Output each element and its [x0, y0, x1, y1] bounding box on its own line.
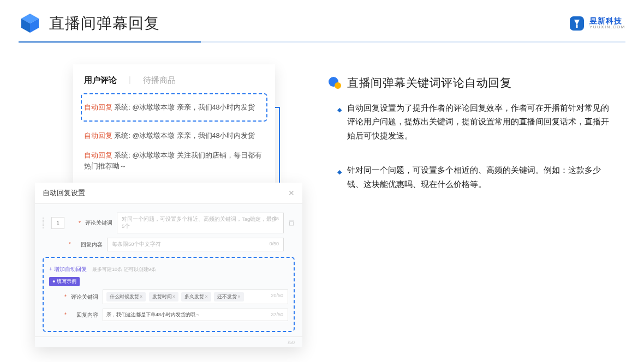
- comment-item: 自动回复 系统: @冰墩墩本墩 关注我们的店铺，每日都有热门推荐呦～: [84, 146, 264, 176]
- cube-icon: [19, 12, 41, 35]
- brand-logo-block: 昱新科技 YUUXIN.COM: [569, 15, 625, 32]
- bullet-item: ◆ 针对同一个问题，可设置多个相近的、高频的关键词。例如：这款多少钱、这块能优惠…: [337, 164, 611, 191]
- settings-title: 自动回复设置: [43, 188, 85, 198]
- ex-keyword-input[interactable]: 什么时候发货× 发货时间× 多久发货× 还不发货× 20/50: [103, 289, 288, 304]
- required-indicator: *: [79, 220, 81, 226]
- content-row: * 回复内容 每条限50个中文字符 0/50: [43, 238, 295, 251]
- keyword-tag[interactable]: 多久发货×: [181, 292, 211, 301]
- bullet-item: ◆ 自动回复设置为了提升作者的评论回复效率，作者可在开播前针对常见的评论用户问题…: [337, 101, 611, 143]
- section-title: 直播间弹幕关键词评论自动回复: [347, 75, 511, 90]
- auto-reply-settings-panel: 自动回复设置 ✕ 1 * 评论关键词 对同一个问题，可设置多个相近、高频的关键词…: [35, 183, 302, 347]
- chat-bubble-icon: [327, 76, 342, 90]
- diamond-icon: ◆: [337, 105, 342, 143]
- page-title: 直播间弹幕回复: [49, 13, 160, 34]
- svg-rect-6: [290, 221, 294, 226]
- svg-point-9: [335, 82, 341, 89]
- brand-logo-icon: [569, 15, 585, 32]
- auto-reply-badge: 自动回复: [84, 104, 112, 111]
- comment-item: 自动回复 系统: @冰墩墩本墩 亲亲，我们48小时内发货: [84, 126, 264, 146]
- close-icon[interactable]: ✕: [288, 189, 295, 197]
- keyword-row: 1 * 评论关键词 对同一个问题，可设置多个相近、高频的关键词，Tag确定，最多…: [43, 213, 295, 233]
- ex-content-input[interactable]: 亲，我们这边都是下单48小时内发货的哦～ 37/50: [103, 309, 288, 321]
- highlighted-comment: 自动回复 系统: @冰墩墩本墩 亲亲，我们48小时内发货: [81, 93, 267, 122]
- comments-panel: 用户评论 | 待播商品 自动回复 系统: @冰墩墩本墩 亲亲，我们48小时内发货…: [73, 64, 275, 184]
- svg-rect-7: [289, 221, 294, 221]
- content-input[interactable]: 每条限50个中文字符 0/50: [107, 238, 284, 251]
- diamond-icon: ◆: [337, 167, 342, 191]
- brand-url: YUUXIN.COM: [589, 25, 625, 30]
- keyword-tag[interactable]: 什么时候发货×: [106, 292, 146, 301]
- example-section: + 增加自动回复 最多可建10条 还可以创建9条 ● 填写示例 * 评论关键词 …: [43, 257, 295, 332]
- content-label: 回复内容: [75, 241, 103, 249]
- svg-rect-5: [576, 25, 577, 28]
- delete-icon[interactable]: [288, 220, 295, 226]
- add-hint: 最多可建10条 还可以创建9条: [92, 267, 156, 272]
- settings-footer: /50: [35, 336, 302, 347]
- keyword-input[interactable]: 对同一个问题，可设置多个相近、高频的关键词，Tag确定，最多5个 0/5: [117, 213, 284, 233]
- ex-content-label: 回复内容: [71, 311, 98, 319]
- rule-number: 1: [51, 217, 64, 229]
- comments-tabs: 用户评论 | 待播商品: [84, 75, 264, 86]
- keyword-label: 评论关键词: [85, 219, 112, 227]
- keyword-count: 0/5: [272, 216, 279, 221]
- tab-user-comments[interactable]: 用户评论: [84, 75, 117, 86]
- tab-pending-products[interactable]: 待播商品: [143, 75, 176, 86]
- ex-keyword-label: 评论关键词: [71, 293, 98, 301]
- drag-handle-icon[interactable]: [43, 218, 47, 228]
- content-count: 0/50: [269, 241, 279, 246]
- example-badge: ● 填写示例: [49, 277, 80, 286]
- brand-name: 昱新科技: [589, 17, 625, 25]
- add-auto-reply-link[interactable]: + 增加自动回复: [49, 266, 87, 272]
- keyword-tag[interactable]: 发货时间×: [149, 292, 178, 301]
- keyword-tag[interactable]: 还不发货×: [214, 292, 243, 301]
